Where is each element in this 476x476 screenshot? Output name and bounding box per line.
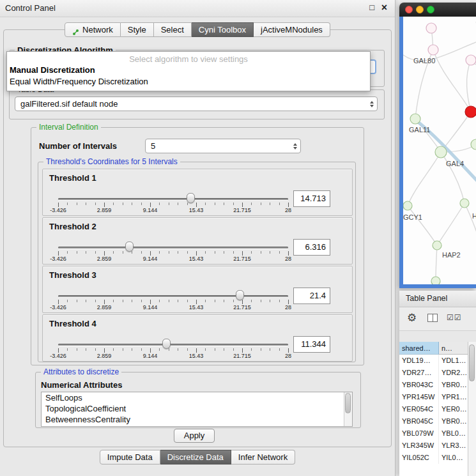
attribute-list-item[interactable]: TopologicalCoefficient — [42, 403, 352, 414]
tab-label: Infer Network — [238, 450, 288, 464]
table-cell[interactable]: YBR045C — [399, 415, 439, 427]
close-button[interactable] — [405, 6, 413, 13]
number-of-intervals-value: 5 — [151, 139, 289, 153]
table-row[interactable]: YLR345WYLR3… — [399, 440, 476, 452]
threshold-value-input[interactable]: 14.713 — [293, 190, 330, 207]
table-cell[interactable]: YER054C — [399, 403, 439, 415]
network-window-titlebar — [399, 3, 476, 17]
table-data-select[interactable]: galFiltered.sif default node — [15, 96, 378, 111]
slider-ticks — [58, 300, 289, 304]
tab-impute-data[interactable]: Impute Data — [100, 450, 160, 464]
tick-label: 9.144 — [143, 304, 158, 311]
tab-discretize-data[interactable]: Discretize Data — [160, 450, 231, 464]
table-row[interactable]: YBR045CYBR0… — [399, 415, 476, 427]
table-row[interactable]: YDL19…YDL1… — [399, 355, 476, 367]
network-tab-icon — [72, 26, 79, 33]
tick-label: 15.43 — [189, 256, 204, 262]
attribute-list-item[interactable]: SelfLoops — [42, 392, 352, 403]
network-node[interactable] — [410, 114, 420, 124]
table-row[interactable]: YBR043CYBR0… — [399, 379, 476, 391]
threshold-slider-thumb[interactable] — [236, 290, 244, 300]
threshold-value-input[interactable]: 11.344 — [293, 336, 330, 353]
tick-label: 2.859 — [97, 304, 112, 311]
number-of-intervals-select[interactable]: 5 — [145, 139, 301, 153]
attributes-to-discretize-group: Attributes to discretize Numerical Attri… — [35, 372, 361, 428]
attribute-list-items: SelfLoopsTopologicalCoefficientBetweenne… — [42, 392, 352, 425]
threshold-slider-track[interactable] — [58, 344, 288, 346]
table-cell[interactable]: YDR27… — [399, 367, 439, 379]
tab-select[interactable]: Select — [154, 22, 192, 37]
threshold-slider-thumb[interactable] — [187, 193, 195, 203]
checkbox-icons[interactable]: ☑☑ — [447, 313, 462, 322]
threshold-slider-track[interactable] — [58, 295, 288, 297]
table-cell[interactable]: YIL052C — [399, 452, 439, 464]
table-panel-window: Table Panel ⚙ ☑☑ shared… n… YDL19…YDL1…Y… — [399, 291, 476, 476]
tick-label: 28 — [285, 353, 291, 359]
apply-button[interactable]: Apply — [174, 429, 215, 443]
list-scrollbar[interactable] — [344, 392, 352, 426]
zoom-button[interactable] — [427, 6, 434, 13]
network-node[interactable] — [460, 199, 469, 208]
table-cell[interactable]: YBR043C — [399, 379, 439, 391]
table-cell[interactable]: YPR145W — [399, 391, 439, 403]
tab-jactivemnodules[interactable]: jActiveMNodules — [254, 22, 330, 37]
table-panel-titlebar: Table Panel — [399, 291, 476, 307]
table-scrollbar[interactable] — [468, 342, 476, 476]
network-node[interactable] — [431, 277, 440, 284]
threshold-slider-track[interactable] — [58, 198, 288, 200]
table-cell[interactable]: YDL19… — [399, 355, 439, 367]
column-header-shared[interactable]: shared… — [399, 342, 439, 355]
top-tab-bar: Network Style Select Cyni Toolbox jActiv… — [0, 22, 395, 37]
tab-network[interactable]: Network — [65, 22, 121, 37]
scrollbar-thumb[interactable] — [469, 344, 475, 381]
scrollbar-thumb[interactable] — [345, 393, 351, 413]
network-node[interactable] — [428, 45, 438, 55]
tick-label: 2.859 — [97, 256, 112, 262]
threshold-slider-thumb[interactable] — [162, 339, 171, 349]
tab-infer-network[interactable]: Infer Network — [231, 450, 295, 464]
table-row[interactable]: YBL079WYBL0… — [399, 427, 476, 440]
tab-cyni-toolbox[interactable]: Cyni Toolbox — [192, 22, 254, 37]
network-node[interactable] — [465, 106, 476, 118]
numerical-attributes-label: Numerical Attributes — [41, 380, 122, 390]
network-node[interactable] — [466, 55, 476, 65]
network-window-frame: GAL80GAL11GAL4GCY1HHAP2 — [399, 17, 476, 288]
gear-icon[interactable]: ⚙ — [407, 311, 417, 325]
number-of-intervals-label: Number of Intervals — [39, 141, 117, 151]
table-row[interactable]: YIL052CYIL0… — [399, 452, 476, 464]
table-cell[interactable]: YLR345W — [399, 440, 439, 452]
table-cell[interactable]: YBL079W — [399, 427, 439, 440]
threshold-value-input[interactable]: 6.316 — [293, 239, 330, 256]
tab-style[interactable]: Style — [121, 22, 154, 37]
close-icon[interactable]: × — [381, 2, 387, 13]
tab-label: Cyni Toolbox — [199, 23, 246, 36]
float-window-icon[interactable]: □ — [369, 3, 374, 12]
threshold-slider-track[interactable] — [58, 247, 288, 249]
network-node[interactable] — [435, 146, 447, 158]
threshold-slider-thumb[interactable] — [125, 242, 134, 252]
tick-label: 2.859 — [97, 207, 112, 213]
network-node[interactable] — [433, 241, 441, 250]
dropdown-item-equal-width-frequency[interactable]: Equal Width/Frequency Discretization — [7, 76, 370, 88]
threshold-value-input[interactable]: 21.4 — [293, 288, 330, 304]
tick-label: 28 — [285, 207, 291, 213]
table-row[interactable]: YDR27…YDR2… — [399, 367, 476, 379]
columns-icon[interactable] — [427, 314, 438, 322]
node-table-body: YDL19…YDL1…YDR27…YDR2…YBR043CYBR0…YPR145… — [399, 355, 476, 464]
table-row[interactable]: YER054CYER0… — [399, 403, 476, 415]
tab-label: Discretize Data — [167, 450, 224, 464]
tick-label: 9.144 — [143, 353, 158, 359]
network-node[interactable] — [426, 23, 436, 33]
dropdown-item-manual-discretization[interactable]: Manual Discretization — [7, 65, 370, 76]
table-row[interactable]: YPR145WYPR1… — [399, 391, 476, 403]
network-node[interactable] — [471, 139, 476, 150]
minimize-button[interactable] — [416, 6, 424, 13]
slider-ticks — [58, 348, 289, 353]
numerical-attributes-list[interactable]: SelfLoopsTopologicalCoefficientBetweenne… — [41, 392, 353, 427]
threshold-label: Threshold 3 — [49, 270, 96, 280]
threshold-label: Threshold 4 — [49, 319, 96, 328]
network-edge — [466, 60, 471, 112]
network-canvas[interactable]: GAL80GAL11GAL4GCY1HHAP2 — [403, 17, 476, 284]
network-node[interactable] — [403, 201, 412, 210]
attribute-list-item[interactable]: BetweennessCentrality — [42, 414, 352, 425]
